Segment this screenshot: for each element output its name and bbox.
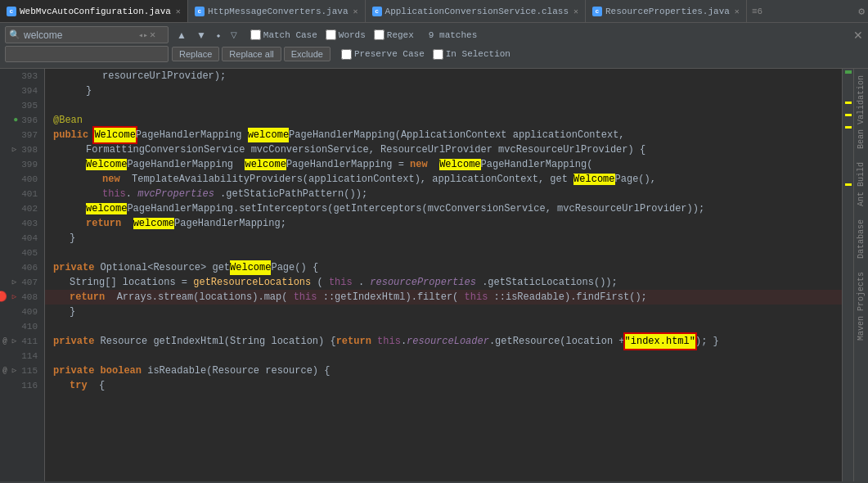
gutter-115: @ ▷ 115 <box>0 363 44 378</box>
regex-checkbox[interactable] <box>374 29 385 40</box>
tab-close-res[interactable]: ✕ <box>735 7 740 16</box>
code-line-401: this. mvcProperties .getStaticPathPatter… <box>45 187 842 201</box>
maven-label[interactable]: Maven Projects <box>857 265 866 347</box>
tab-resourceprops[interactable]: c ResourceProperties.java ✕ <box>586 0 747 23</box>
scroll-marker-green <box>845 70 852 74</box>
code-line-114 <box>45 349 842 363</box>
replace-all-button[interactable]: Replace all <box>222 47 281 61</box>
gutter-395: 395 <box>0 98 44 113</box>
code-line-409: } <box>45 305 842 319</box>
tab-appconversion[interactable]: c ApplicationConversionService.class ✕ <box>366 0 586 23</box>
scroll-panel[interactable] <box>842 69 853 481</box>
match-case-option[interactable]: Match Case <box>250 29 317 40</box>
match-welcome-8: welcome <box>133 218 174 229</box>
prev-match-button[interactable]: ▲ <box>172 27 191 43</box>
words-checkbox[interactable] <box>326 29 336 40</box>
search-options-group: Match Case Words Regex <box>250 29 422 40</box>
tab-overflow[interactable]: ≡6 <box>747 7 767 16</box>
gutter-409: 409 <box>0 305 44 319</box>
search-next-icon[interactable]: ▸ <box>143 30 148 40</box>
in-selection-option[interactable]: In Selection <box>433 49 510 60</box>
preserve-case-checkbox[interactable] <box>341 49 352 60</box>
tab-close-app[interactable]: ✕ <box>573 7 578 16</box>
find-row: 🔍 ◂ ▸ ✕ ▲ ▼ ⬥ ▽ Match Case Words Regex 9… <box>5 26 863 43</box>
gutter-403: 403 <box>0 216 44 231</box>
tab-close-webmvc[interactable]: ✕ <box>176 7 181 16</box>
match-welcome-6: Welcome <box>573 174 614 185</box>
main-area: 393 394 395 ● 396 397 ▷ 398 399 400 401 … <box>0 69 868 481</box>
preserve-case-option[interactable]: Preserve Case <box>341 49 425 60</box>
gutter-394: 394 <box>0 84 44 98</box>
search-filter-button[interactable]: ▽ <box>226 28 242 42</box>
gutter-399: 399 <box>0 157 44 172</box>
search-input[interactable] <box>24 29 138 41</box>
replace-options-group: Preserve Case In Selection <box>341 49 519 60</box>
match-count: 9 matches <box>429 30 477 40</box>
gutter-410: 410 <box>0 319 44 334</box>
exclude-button[interactable]: Exclude <box>284 47 331 61</box>
gutter-404: 404 <box>0 231 44 246</box>
gutter-406: 406 <box>0 260 44 275</box>
code-line-400: new TemplateAvailabilityProviders(applic… <box>45 172 842 187</box>
tab-label-webmvc: WebMvcAutoConfiguration.java <box>20 7 171 16</box>
gutter-396: ● 396 <box>0 113 44 128</box>
find-replace-bar: 🔍 ◂ ▸ ✕ ▲ ▼ ⬥ ▽ Match Case Words Regex 9… <box>0 23 868 69</box>
replace-input[interactable] <box>9 48 140 60</box>
gear-icon[interactable]: ⚙ <box>858 5 865 18</box>
tab-httpmessage[interactable]: c HttpMessageConverters.java ✕ <box>188 0 366 23</box>
scroll-marker-yellow-3 <box>845 126 852 129</box>
in-selection-checkbox[interactable] <box>433 49 443 60</box>
code-editor[interactable]: resourceUrlProvider); } @Bean public Wel… <box>45 69 842 481</box>
code-line-394: } <box>45 84 842 98</box>
replace-input-wrap <box>5 46 169 62</box>
tab-label-http: HttpMessageConverters.java <box>208 7 349 16</box>
regex-option[interactable]: Regex <box>374 29 414 40</box>
gutter-402: 402 <box>0 201 44 216</box>
code-line-403: return welcomePageHandlerMapping; <box>45 216 842 231</box>
gutter-397: 397 <box>0 128 44 142</box>
search-input-wrap: 🔍 ◂ ▸ ✕ <box>5 26 169 43</box>
code-line-407: String[] locations = getResourceLocation… <box>45 275 842 290</box>
code-line-393: resourceUrlProvider); <box>45 69 842 84</box>
gutter-116: 116 <box>0 378 44 393</box>
database-label[interactable]: Database <box>857 213 866 265</box>
match-welcome-3: Welcome <box>86 159 127 170</box>
code-line-404: } <box>45 231 842 246</box>
match-case-checkbox[interactable] <box>250 29 261 40</box>
tab-icon-app: c <box>372 7 382 16</box>
line-gutter: 393 394 395 ● 396 397 ▷ 398 399 400 401 … <box>0 69 45 481</box>
gutter-405: 405 <box>0 246 44 260</box>
code-line-399: WelcomePageHandlerMapping welcomePageHan… <box>45 157 842 172</box>
tab-webmvc[interactable]: c WebMvcAutoConfiguration.java ✕ <box>0 0 188 23</box>
search-options-button[interactable]: ⬥ <box>211 28 226 42</box>
code-line-411: private Resource getIndexHtml(String loc… <box>45 334 842 349</box>
code-line-397: public WelcomePageHandlerMapping welcome… <box>45 128 842 142</box>
search-clear-icon[interactable]: ✕ <box>150 29 155 41</box>
far-right-panel: Bean Validation Ant Build Database Maven… <box>853 69 868 481</box>
scroll-marker-yellow-1 <box>845 102 852 104</box>
gutter-401: 401 <box>0 187 44 201</box>
ant-build-label[interactable]: Ant Build <box>857 156 866 213</box>
match-welcome-9: Welcome <box>230 260 271 275</box>
tab-icon-res: c <box>592 7 602 16</box>
replace-button[interactable]: Replace <box>172 47 219 61</box>
code-line-115: private boolean isReadable(Resource reso… <box>45 363 842 378</box>
match-index-box: "index.html" <box>625 334 695 349</box>
gutter-411: @ ▷ 411 <box>0 334 44 349</box>
replace-row: Replace Replace all Exclude Preserve Cas… <box>5 46 863 62</box>
next-match-button[interactable]: ▼ <box>191 27 211 43</box>
match-welcome-1: Welcome <box>94 128 135 142</box>
tab-icon-http: c <box>195 7 205 16</box>
gutter-393: 393 <box>0 69 44 84</box>
tab-label-app: ApplicationConversionService.class <box>385 7 569 16</box>
code-line-410 <box>45 319 842 334</box>
tab-close-http[interactable]: ✕ <box>353 7 358 16</box>
search-icon: 🔍 <box>9 29 20 40</box>
words-option[interactable]: Words <box>326 29 366 40</box>
gutter-398: ▷ 398 <box>0 142 44 157</box>
close-find-button[interactable]: ✕ <box>853 29 863 42</box>
gutter-407: ▷ 407 <box>0 275 44 290</box>
match-welcome-5: Welcome <box>439 159 480 170</box>
bean-validation-label[interactable]: Bean Validation <box>857 69 866 156</box>
scroll-marker-yellow-4 <box>845 183 852 186</box>
